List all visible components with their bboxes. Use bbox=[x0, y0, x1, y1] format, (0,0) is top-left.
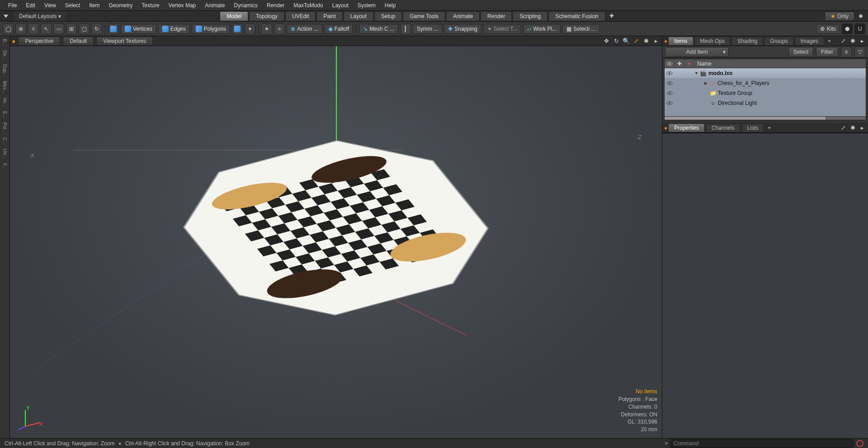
select-globe-icon[interactable]: ⊕ bbox=[15, 24, 26, 34]
prop-gear-icon[interactable]: ✺ bbox=[849, 124, 857, 132]
items-select-button[interactable]: Select bbox=[788, 47, 813, 57]
rail-uv[interactable]: UV... bbox=[2, 148, 7, 159]
menu-geometry[interactable]: Geometry bbox=[104, 0, 137, 10]
prop-tab-add-icon[interactable]: + bbox=[765, 125, 774, 131]
groups-tab[interactable]: Groups bbox=[764, 37, 793, 46]
menu-maxtomodo[interactable]: MaxToModo bbox=[289, 0, 327, 10]
prop-expand-icon[interactable]: ▸ bbox=[858, 124, 866, 132]
falloff-button[interactable]: ◉Falloff bbox=[324, 24, 353, 34]
symmetry-button[interactable]: Symm ... bbox=[413, 24, 442, 34]
menu-dynamics[interactable]: Dynamics bbox=[229, 0, 262, 10]
home-icon[interactable] bbox=[0, 13, 12, 19]
only-button[interactable]: ★ Only bbox=[825, 12, 854, 21]
prop-maximize-icon[interactable]: ⤢ bbox=[839, 124, 847, 132]
select-through-button[interactable]: ✦Select T... bbox=[483, 24, 521, 34]
select-rect-icon[interactable]: ▭ bbox=[53, 24, 64, 34]
record-icon[interactable] bbox=[856, 440, 863, 447]
tab-animate[interactable]: Animate bbox=[446, 11, 480, 21]
items-funnel-icon[interactable]: ▽ bbox=[854, 47, 865, 57]
select-lasso-icon[interactable]: ◊ bbox=[28, 24, 39, 34]
tab-layout[interactable]: Layout bbox=[344, 11, 373, 21]
tab-model[interactable]: Model bbox=[220, 11, 248, 21]
vertices-button[interactable]: Vertices bbox=[121, 24, 156, 34]
tab-scripting[interactable]: Scripting bbox=[513, 11, 547, 21]
tree-row-scene[interactable]: ▼ 🎬 modo.lxo bbox=[665, 68, 866, 78]
component-cube-icon[interactable] bbox=[108, 24, 119, 34]
menu-help[interactable]: Help bbox=[380, 0, 401, 10]
images-tab[interactable]: Images bbox=[795, 37, 824, 46]
tree-row-texgroup[interactable]: 📁 Texture Group bbox=[665, 88, 866, 98]
menu-view[interactable]: View bbox=[40, 0, 61, 10]
center-alt-icon[interactable]: ✧ bbox=[274, 24, 285, 34]
command-input[interactable]: Command bbox=[670, 439, 854, 448]
row-visibility-icon[interactable] bbox=[665, 101, 675, 105]
viewport-shading-dropdown[interactable]: Default bbox=[63, 37, 94, 46]
viewport-expand-icon[interactable]: ▸ bbox=[652, 37, 660, 45]
viewport-canvas[interactable]: -X -Z bbox=[10, 46, 662, 438]
row-visibility-icon[interactable] bbox=[665, 71, 675, 75]
items-list-icon[interactable]: ≡ bbox=[841, 47, 852, 57]
items-tab[interactable]: Items bbox=[668, 37, 693, 46]
tree-col-visibility-icon[interactable] bbox=[665, 59, 675, 68]
mode-hex-icon[interactable]: ⬢ bbox=[842, 24, 853, 34]
tree-name-header[interactable]: Name bbox=[694, 61, 866, 67]
mode-unreal-icon[interactable]: U bbox=[854, 24, 865, 34]
row-visibility-icon[interactable] bbox=[665, 81, 675, 85]
rail-deform[interactable]: De... bbox=[2, 49, 7, 61]
tab-gametools[interactable]: Game Tools bbox=[403, 11, 445, 21]
polygons-button[interactable]: Polygons bbox=[192, 24, 230, 34]
viewport-move-icon[interactable]: ✥ bbox=[602, 37, 610, 45]
viewport-camera-dropdown[interactable]: Perspective bbox=[18, 37, 60, 46]
select-box-icon[interactable]: ▢ bbox=[79, 24, 90, 34]
viewport-textures-dropdown[interactable]: Viewport Textures bbox=[96, 37, 153, 46]
tab-schematicfusion[interactable]: Schematic Fusion bbox=[548, 11, 605, 21]
edges-button[interactable]: Edges bbox=[158, 24, 190, 34]
rail-edge[interactable]: E... bbox=[2, 110, 7, 119]
rail-duplicate[interactable]: Dup... bbox=[2, 63, 7, 77]
rail-polygon[interactable]: Pol... bbox=[2, 122, 7, 134]
tree-scrollbar[interactable] bbox=[665, 116, 866, 120]
menu-item[interactable]: Item bbox=[85, 0, 104, 10]
expand-icon[interactable]: ▶ bbox=[704, 81, 708, 85]
shading-tab[interactable]: Shading bbox=[731, 37, 763, 46]
add-item-dropdown[interactable]: Add Item ▾ bbox=[665, 47, 729, 57]
rail-mesh[interactable]: Mes... bbox=[2, 80, 7, 94]
tree-col-plus-icon[interactable]: ✚ bbox=[675, 59, 684, 68]
items-gear-icon[interactable]: ✺ bbox=[849, 37, 857, 45]
viewport-gear-icon[interactable]: ✺ bbox=[642, 37, 650, 45]
layout-gear-icon[interactable]: ✺ bbox=[857, 13, 864, 20]
tree-col-axes-icon[interactable]: ⌖ bbox=[684, 59, 694, 68]
meshconstraint-button[interactable]: ↘Mesh C ... bbox=[359, 24, 398, 34]
lists-tab[interactable]: Lists bbox=[741, 123, 764, 132]
menu-vertexmap[interactable]: Vertex Map bbox=[164, 0, 201, 10]
menu-select[interactable]: Select bbox=[61, 0, 85, 10]
menu-system[interactable]: System bbox=[353, 0, 380, 10]
tab-add-icon[interactable]: ✚ bbox=[606, 11, 618, 21]
menu-layout[interactable]: Layout bbox=[328, 0, 353, 10]
items-expand-icon[interactable]: ▸ bbox=[858, 37, 866, 45]
select-arrow-icon[interactable]: ↖ bbox=[41, 24, 52, 34]
rail-f[interactable]: F... bbox=[2, 162, 7, 170]
selection-button[interactable]: ▦Selecti ... bbox=[562, 24, 599, 34]
menu-edit[interactable]: Edit bbox=[21, 0, 40, 10]
tab-uvedit[interactable]: UVEdit bbox=[285, 11, 316, 21]
items-maximize-icon[interactable]: ⤢ bbox=[839, 37, 847, 45]
menu-texture[interactable]: Texture bbox=[137, 0, 164, 10]
viewport-zoom-icon[interactable]: 🔍 bbox=[622, 37, 630, 45]
expand-icon[interactable]: ▼ bbox=[694, 71, 698, 75]
select-plus-icon[interactable]: ⊞ bbox=[66, 24, 77, 34]
meshops-tab[interactable]: Mesh Ops bbox=[694, 37, 731, 46]
snapping-button[interactable]: ✚Snapping bbox=[444, 24, 481, 34]
items-filter-button[interactable]: Filter bbox=[816, 47, 838, 57]
material-cube-icon[interactable] bbox=[232, 24, 243, 34]
properties-tab[interactable]: Properties bbox=[668, 123, 705, 132]
viewport-orient-icon[interactable]: ● bbox=[12, 38, 15, 45]
rail-basic[interactable]: B... bbox=[2, 38, 7, 47]
material-dropdown-icon[interactable]: ▾ bbox=[245, 24, 255, 34]
tree-scroll-thumb[interactable] bbox=[665, 117, 826, 120]
center-icon[interactable]: ✦ bbox=[261, 24, 272, 34]
rail-curve[interactable]: C... bbox=[2, 137, 7, 146]
channels-tab[interactable]: Channels bbox=[706, 123, 741, 132]
action-button[interactable]: ⊕Action ... bbox=[287, 24, 322, 34]
tree-row-chess[interactable]: ▶ ⌖ Chess_for_4_Players bbox=[665, 78, 866, 88]
